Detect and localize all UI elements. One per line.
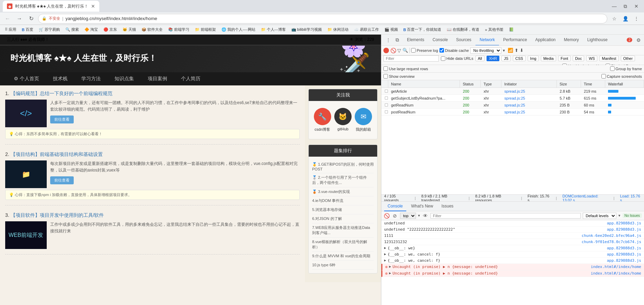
row4-initiator[interactable]: spread.js:25 [502, 109, 557, 115]
console-filter-eye-btn[interactable]: 👁 [422, 213, 428, 219]
console-src-9[interactable]: index.html#/index/home [591, 271, 641, 276]
tab-close-button[interactable]: ✕ [91, 3, 95, 9]
nav-projects[interactable]: 项目案例 [141, 72, 174, 85]
filter-img[interactable]: Img [528, 56, 539, 61]
filter-media[interactable]: Media [541, 56, 556, 61]
throttling-select[interactable]: No throttling Slow 3G Fast 3G [470, 47, 501, 54]
devtools-menu-button[interactable]: ⋮ [384, 36, 392, 44]
console-src-5[interactable]: app.829088d3.js [607, 246, 641, 250]
address-bar[interactable]: 🔒 不安全 | yangjieblog.cn/myself/index.html… [38, 14, 607, 24]
bookmark-bilibili[interactable]: 📺 bilibili学习视频 [289, 26, 324, 33]
csdn-link[interactable]: 🔧 csdn博客 [314, 108, 331, 132]
bookmark-extra[interactable]: 📗 [507, 27, 516, 33]
filter-toggle-icon[interactable]: ▽ [397, 48, 401, 53]
bookmark-frontend[interactable]: 📚 前端学习 [166, 26, 191, 33]
preserve-log-label[interactable]: Preserve log [411, 48, 438, 53]
ranking-item-1[interactable]: 🥇 1.GET和POST的区别，何时使用POST [312, 160, 374, 173]
row2-initiator[interactable]: spread.js:25 [502, 95, 557, 101]
disable-cache-label[interactable]: Disable cache [439, 48, 469, 53]
expand-icon-6[interactable]: ▶ [384, 252, 386, 256]
bookmark-baidu[interactable]: B 百度 [20, 26, 35, 33]
group-by-frame-checkbox[interactable] [610, 66, 615, 71]
row1-checkbox[interactable] [381, 88, 388, 94]
console-src-6[interactable]: app.829088d3.js [607, 252, 641, 257]
console-src-4[interactable]: chunk-9f01ed78.0c7cb674.js [582, 240, 641, 244]
nav-tech[interactable]: 技术栈 [46, 72, 74, 85]
hide-data-urls-checkbox[interactable] [441, 56, 445, 61]
bookmark-software[interactable]: 📦 软件大全 [139, 26, 165, 33]
tab-memory[interactable]: Memory [560, 35, 583, 46]
tab-application[interactable]: Application [531, 35, 560, 46]
bookmark-apps[interactable]: ⠿ 应用 [3, 26, 18, 33]
ranking-item-9[interactable]: 9.什么是 MVVM 和 vue的生命周期 [312, 252, 374, 261]
filter-js[interactable]: JS [501, 56, 511, 61]
bookmark-more[interactable]: » 其他书签 [483, 26, 505, 33]
profile-icon[interactable]: 👤 [620, 14, 630, 24]
console-tab-console[interactable]: Console [384, 202, 406, 211]
tab-elements[interactable]: Elements [403, 35, 428, 46]
ranking-item-8[interactable]: 8.vue模板的解析（双大括号的解析） [312, 238, 374, 252]
use-large-rows-label[interactable]: Use large request rows [383, 66, 428, 71]
devtools-settings-button[interactable]: ⚙ [634, 36, 643, 44]
console-eye-btn[interactable]: ⊘ [392, 213, 398, 219]
table-row-3[interactable]: getReadNum 200 xhr spread.js:25 235 B 60… [381, 102, 644, 109]
nav-resume[interactable]: 个人简历 [174, 72, 207, 85]
nav-learning[interactable]: 学习方法 [74, 72, 108, 85]
article-3-link[interactable]: 【项目软件】项目开发中使用到的工具/软件 [11, 212, 104, 218]
filter-css[interactable]: CSS [513, 56, 526, 61]
expand-icon-9[interactable]: ▶ [389, 271, 391, 275]
console-src-8[interactable]: index.html#/index/home [591, 265, 641, 269]
row2-checkbox[interactable] [381, 95, 388, 101]
tab-console[interactable]: Console [428, 35, 452, 46]
bookmark-translate[interactable]: 📖 在线翻译，有道 [445, 26, 481, 33]
table-row-1[interactable]: getArticle 200 xhr spread.js:25 2.8 kB 2… [381, 88, 644, 95]
bookmark-jd[interactable]: 🔴 京东 [101, 26, 119, 33]
bookmark-tianmao[interactable]: 🐱 天猫 [120, 26, 138, 33]
close-button[interactable]: ✕ [632, 1, 641, 11]
article-2-read-more[interactable]: 前往查看 [50, 176, 74, 184]
menu-icon[interactable]: ⋮ [632, 14, 641, 24]
ranking-item-4[interactable]: 4.ie与DOM 事件流 [312, 196, 374, 205]
th-size[interactable]: Size [557, 80, 581, 87]
forward-button[interactable]: → [15, 14, 24, 24]
use-large-rows-checkbox[interactable] [383, 66, 388, 71]
console-src-2[interactable]: app.829088d3.js [607, 227, 641, 232]
ranking-item-7[interactable]: 7.WEB应用从服务器主动推送Data到客户端... [312, 223, 374, 238]
th-waterfall[interactable]: Waterfall [605, 80, 644, 87]
clear-button[interactable]: 🚫 [390, 48, 396, 53]
filter-all[interactable]: All [475, 56, 484, 61]
bookmark-myblog[interactable]: 📁 个人---博客 [259, 26, 288, 33]
group-by-frame-label[interactable]: Group by frame [610, 66, 642, 71]
console-tab-issues[interactable]: Issues [438, 202, 457, 211]
ranking-item-3[interactable]: 🥉 3.vue-router的实现 [312, 187, 374, 196]
bookmark-video[interactable]: 🎬 视频 [382, 26, 400, 33]
preserve-log-checkbox[interactable] [411, 48, 416, 53]
capture-screenshots-label[interactable]: Capture screenshots [601, 74, 642, 78]
article-1-link[interactable]: 【编码规范】总结一下良好的一个前端编程规范 [11, 91, 112, 96]
row4-checkbox[interactable] [381, 109, 388, 115]
capture-screenshots-checkbox[interactable] [601, 74, 606, 78]
th-name[interactable]: Name [388, 80, 460, 87]
network-conditions-icon[interactable]: 📶 [508, 48, 513, 53]
console-clear-btn[interactable]: 🚫 [383, 213, 390, 219]
nav-knowledge[interactable]: 知识点集 [108, 72, 141, 85]
export-har-icon[interactable]: ⬇ [520, 48, 524, 53]
active-tab[interactable]: ⏰ 时光机博客 ♠★♠ 人生在世，及时行乐！ ✕ [3, 1, 99, 12]
expand-icon-8[interactable]: ▶ [389, 265, 391, 268]
ranking-item-10[interactable]: 10.js type 6种 [312, 261, 374, 270]
show-overview-checkbox[interactable] [383, 74, 388, 78]
filter-input[interactable] [383, 55, 439, 62]
filter-ws[interactable]: WS [586, 56, 597, 61]
filter-font[interactable]: Font [558, 56, 571, 61]
console-filter-input[interactable] [430, 213, 581, 219]
ranking-item-6[interactable]: 6.对JSON 的了解 [312, 214, 374, 223]
th-initiator[interactable]: Initiator [501, 80, 557, 87]
devtools-undock-button[interactable]: ⧉ [393, 36, 401, 44]
tab-lighthouse[interactable]: Lighthouse [583, 35, 612, 46]
disable-cache-checkbox[interactable] [439, 48, 444, 53]
email-link[interactable]: ✉ 我的邮箱 [355, 108, 372, 132]
table-row-2[interactable]: getSubjectListByReadnum?pa... 200 xhr sp… [381, 95, 644, 102]
row1-initiator[interactable]: spread.js:25 [502, 88, 557, 94]
filter-xhr[interactable]: XHR [487, 56, 499, 61]
back-button[interactable]: ← [3, 14, 12, 24]
